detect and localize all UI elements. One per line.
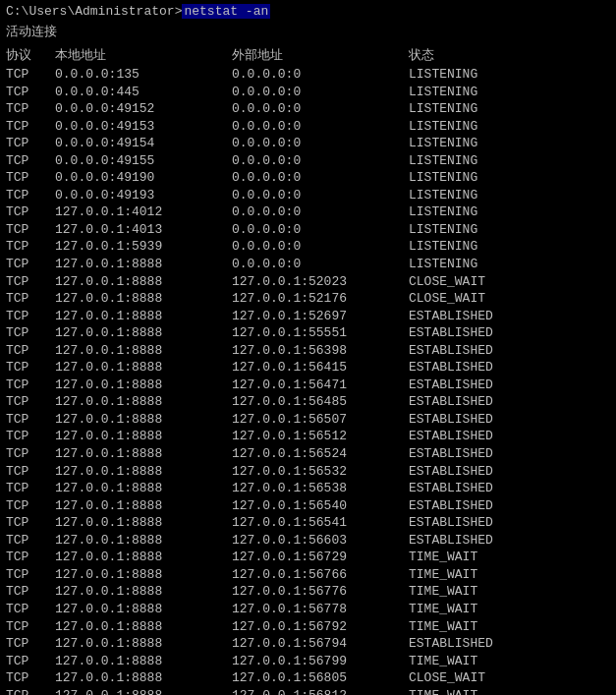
row-local: 127.0.0.1:8888 <box>55 566 232 584</box>
row-state: CLOSE_WAIT <box>409 273 605 291</box>
row-state: ESTABLISHED <box>409 342 605 360</box>
row-proto: TCP <box>6 411 55 429</box>
row-local: 127.0.0.1:8888 <box>55 463 232 481</box>
row-state: TIME_WAIT <box>409 687 605 695</box>
row-proto: TCP <box>6 687 55 695</box>
table-row: TCP 127.0.0.1:4012 0.0.0.0:0 LISTENING <box>6 203 610 221</box>
row-local: 127.0.0.1:8888 <box>55 411 232 429</box>
row-foreign: 127.0.0.1:56485 <box>232 393 409 411</box>
row-local: 127.0.0.1:8888 <box>55 342 232 360</box>
row-local: 0.0.0.0:445 <box>55 84 232 101</box>
table-row: TCP 127.0.0.1:8888 127.0.0.1:52697 ESTAB… <box>6 308 610 325</box>
row-foreign: 127.0.0.1:56805 <box>232 669 409 687</box>
row-state: LISTENING <box>409 169 605 187</box>
row-proto: TCP <box>6 445 55 463</box>
table-row: TCP 127.0.0.1:8888 127.0.0.1:56794 ESTAB… <box>6 635 610 653</box>
table-row: TCP 127.0.0.1:8888 127.0.0.1:56532 ESTAB… <box>6 463 610 481</box>
row-foreign: 127.0.0.1:56540 <box>232 497 409 515</box>
row-state: TIME_WAIT <box>409 601 605 618</box>
row-foreign: 0.0.0.0:0 <box>232 118 409 136</box>
header-proto: 协议 <box>6 46 55 64</box>
row-foreign: 127.0.0.1:56507 <box>232 411 409 429</box>
row-foreign: 0.0.0.0:0 <box>232 84 409 101</box>
row-state: LISTENING <box>409 66 605 84</box>
row-proto: TCP <box>6 118 55 136</box>
row-local: 127.0.0.1:8888 <box>55 324 232 342</box>
row-state: ESTABLISHED <box>409 393 605 411</box>
row-foreign: 0.0.0.0:0 <box>232 203 409 221</box>
prompt-text: C:\Users\Administrator> <box>6 4 182 19</box>
row-state: ESTABLISHED <box>409 514 605 532</box>
row-foreign: 127.0.0.1:56471 <box>232 376 409 394</box>
row-proto: TCP <box>6 618 55 636</box>
row-state: TIME_WAIT <box>409 583 605 601</box>
row-proto: TCP <box>6 497 55 515</box>
row-local: 0.0.0.0:49152 <box>55 100 232 118</box>
table-row: TCP 0.0.0.0:49155 0.0.0.0:0 LISTENING <box>6 152 610 170</box>
row-foreign: 127.0.0.1:56792 <box>232 618 409 636</box>
table-row: TCP 127.0.0.1:8888 127.0.0.1:56805 CLOSE… <box>6 669 610 687</box>
table-row: TCP 127.0.0.1:8888 127.0.0.1:56812 TIME_… <box>6 687 610 695</box>
table-row: TCP 127.0.0.1:8888 127.0.0.1:56766 TIME_… <box>6 566 610 584</box>
row-state: LISTENING <box>409 100 605 118</box>
row-proto: TCP <box>6 601 55 618</box>
row-proto: TCP <box>6 359 55 376</box>
rows-container: TCP 0.0.0.0:135 0.0.0.0:0 LISTENING TCP … <box>6 66 610 695</box>
table-row: TCP 127.0.0.1:8888 127.0.0.1:56778 TIME_… <box>6 601 610 618</box>
row-state: ESTABLISHED <box>409 428 605 445</box>
row-state: LISTENING <box>409 118 605 136</box>
row-proto: TCP <box>6 256 55 273</box>
table-row: TCP 127.0.0.1:8888 127.0.0.1:56776 TIME_… <box>6 583 610 601</box>
row-state: CLOSE_WAIT <box>409 290 605 308</box>
row-foreign: 127.0.0.1:56541 <box>232 514 409 532</box>
row-proto: TCP <box>6 66 55 84</box>
row-foreign: 127.0.0.1:56538 <box>232 480 409 497</box>
command-text: netstat -an <box>182 4 270 19</box>
row-local: 127.0.0.1:8888 <box>55 428 232 445</box>
table-row: TCP 0.0.0.0:49152 0.0.0.0:0 LISTENING <box>6 100 610 118</box>
row-foreign: 0.0.0.0:0 <box>232 135 409 152</box>
row-foreign: 127.0.0.1:56603 <box>232 532 409 550</box>
row-local: 127.0.0.1:8888 <box>55 601 232 618</box>
row-foreign: 127.0.0.1:56794 <box>232 635 409 653</box>
row-proto: TCP <box>6 583 55 601</box>
row-foreign: 127.0.0.1:56766 <box>232 566 409 584</box>
row-proto: TCP <box>6 100 55 118</box>
row-local: 0.0.0.0:49154 <box>55 135 232 152</box>
table-row: TCP 127.0.0.1:8888 127.0.0.1:56398 ESTAB… <box>6 342 610 360</box>
table-row: TCP 127.0.0.1:8888 127.0.0.1:56471 ESTAB… <box>6 376 610 394</box>
row-state: LISTENING <box>409 152 605 170</box>
table-row: TCP 127.0.0.1:8888 127.0.0.1:56538 ESTAB… <box>6 480 610 497</box>
row-local: 127.0.0.1:8888 <box>55 480 232 497</box>
row-foreign: 127.0.0.1:52023 <box>232 273 409 291</box>
row-state: LISTENING <box>409 203 605 221</box>
row-proto: TCP <box>6 566 55 584</box>
row-foreign: 127.0.0.1:52176 <box>232 290 409 308</box>
row-state: ESTABLISHED <box>409 445 605 463</box>
row-local: 0.0.0.0:135 <box>55 66 232 84</box>
row-foreign: 127.0.0.1:56398 <box>232 342 409 360</box>
row-foreign: 127.0.0.1:56524 <box>232 445 409 463</box>
row-proto: TCP <box>6 135 55 152</box>
row-state: LISTENING <box>409 187 605 204</box>
row-local: 127.0.0.1:8888 <box>55 290 232 308</box>
row-state: ESTABLISHED <box>409 411 605 429</box>
row-state: ESTABLISHED <box>409 376 605 394</box>
row-local: 127.0.0.1:8888 <box>55 635 232 653</box>
row-foreign: 127.0.0.1:52697 <box>232 308 409 325</box>
row-local: 127.0.0.1:8888 <box>55 273 232 291</box>
row-state: LISTENING <box>409 84 605 101</box>
row-foreign: 0.0.0.0:0 <box>232 152 409 170</box>
row-proto: TCP <box>6 308 55 325</box>
row-foreign: 0.0.0.0:0 <box>232 100 409 118</box>
row-foreign: 127.0.0.1:56532 <box>232 463 409 481</box>
row-proto: TCP <box>6 532 55 550</box>
row-state: TIME_WAIT <box>409 566 605 584</box>
row-local: 127.0.0.1:8888 <box>55 393 232 411</box>
table-row: TCP 127.0.0.1:8888 127.0.0.1:56540 ESTAB… <box>6 497 610 515</box>
header-state: 状态 <box>409 46 605 64</box>
row-proto: TCP <box>6 84 55 101</box>
row-local: 0.0.0.0:49190 <box>55 169 232 187</box>
row-local: 127.0.0.1:8888 <box>55 308 232 325</box>
row-state: ESTABLISHED <box>409 324 605 342</box>
